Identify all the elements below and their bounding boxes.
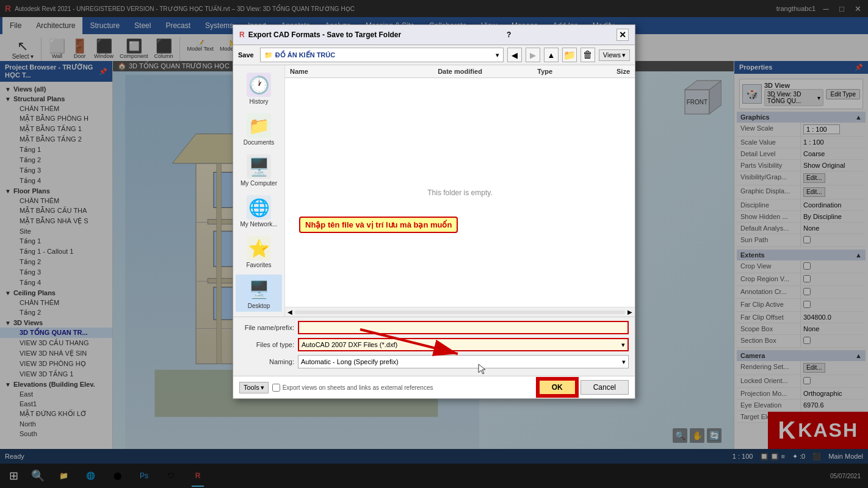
filetype-dropdown-icon: ▾ [621,341,625,349]
tools-label: Tools [244,384,259,391]
cancel-button[interactable]: Cancel [580,380,629,395]
export-checkbox-label: Export views on sheets and links as exte… [272,384,534,392]
dialog-location-bar: 📁 ĐỒ ÁN KIẾN TRÚC ▾ [260,48,504,62]
filetype-label: Files of type: [239,341,294,348]
dialog-body: 🕐 History 📁 Documents 🖥️ My Computer 🌐 M… [233,65,635,317]
dialog-close-button[interactable]: ✕ [617,29,629,41]
location-dropdown-icon: ▾ [496,51,499,59]
dialog-toolbar: Save 📁 ĐỒ ÁN KIẾN TRÚC ▾ ◀ ▶ ▲ 📁 🗑 Views… [233,45,635,65]
tools-dropdown[interactable]: Tools ▾ [239,382,269,393]
naming-label: Naming: [239,358,294,365]
dialog-delete-button[interactable]: 🗑 [580,48,595,62]
dialog-new-folder-button[interactable]: 📁 [562,48,577,62]
ok-button-wrapper: OK [538,379,577,396]
history-icon: 🕐 [247,73,271,97]
col-type: Type [516,68,573,75]
dialog-up-button[interactable]: ▲ [544,48,559,62]
save-label: Save [238,51,254,59]
col-size: Size [573,68,630,75]
red-arrow [348,317,482,366]
svg-line-45 [360,329,458,354]
sidebar-documents[interactable]: 📁 Documents [236,111,282,148]
folder-icon: 📁 [264,51,273,59]
sidebar-my-computer[interactable]: 🖥️ My Computer [236,152,282,189]
file-list-header: Name Date modified Type Size [285,65,635,78]
dialog-sidebar: 🕐 History 📁 Documents 🖥️ My Computer 🌐 M… [233,65,285,317]
h-scrollbar[interactable]: ◀ ▶ [285,307,635,317]
dialog-titlebar: R Export CAD Formats - Save to Target Fo… [233,25,635,45]
filename-label: File name/prefix: [239,324,294,331]
sidebar-network[interactable]: 🌐 My Network... [236,193,282,230]
favorites-icon: ⭐ [247,236,271,260]
naming-dropdown-icon: ▾ [622,358,626,366]
annotation-text: Nhập tên file và vị trí lưu mà bạn muốn [305,220,452,229]
dialog-revit-icon: R [239,30,245,39]
computer-icon: 🖥️ [247,154,271,179]
dialog-views-dropdown[interactable]: Views ▾ [599,49,630,61]
file-list-content: This folder is empty. [285,78,635,307]
empty-message: This folder is empty. [427,188,492,197]
views-dropdown-icon: ▾ [622,51,626,59]
sidebar-favorites[interactable]: ⭐ Favorites [236,234,282,271]
annotation-tooltip: Nhập tên file và vị trí lưu mà bạn muốn [299,217,458,233]
scroll-right-btn[interactable]: ▶ [627,309,632,315]
sidebar-desktop[interactable]: 🖥️ Desktop [236,274,282,312]
dialog-overlay: R Export CAD Formats - Save to Target Fo… [0,0,868,488]
scroll-track [295,310,625,314]
col-date: Date modified [403,68,517,75]
export-views-checkbox[interactable] [272,384,280,392]
network-icon: 🌐 [247,195,271,220]
dialog-back-button[interactable]: ◀ [507,48,522,62]
tools-dropdown-icon: ▾ [261,384,264,392]
dialog-forward-button[interactable]: ▶ [526,48,540,62]
desktop-icon: 🖥️ [247,277,271,301]
ok-button[interactable]: OK [538,379,577,396]
dialog-help-icon[interactable]: ? [507,30,511,39]
col-name: Name [290,68,403,75]
dialog-tools-area: Tools ▾ Export views on sheets and links… [233,376,635,398]
dialog-titlebar-left: R Export CAD Formats - Save to Target Fo… [239,30,401,39]
views-label: Views [603,51,621,59]
sidebar-history[interactable]: 🕐 History [236,70,282,107]
dialog-title: Export CAD Formats - Save to Target Fold… [248,30,401,39]
dialog-file-area: Name Date modified Type Size This folder… [285,65,635,317]
location-label: ĐỒ ÁN KIẾN TRÚC [275,51,336,59]
documents-icon: 📁 [247,113,271,138]
scroll-left-btn[interactable]: ◀ [288,309,292,315]
